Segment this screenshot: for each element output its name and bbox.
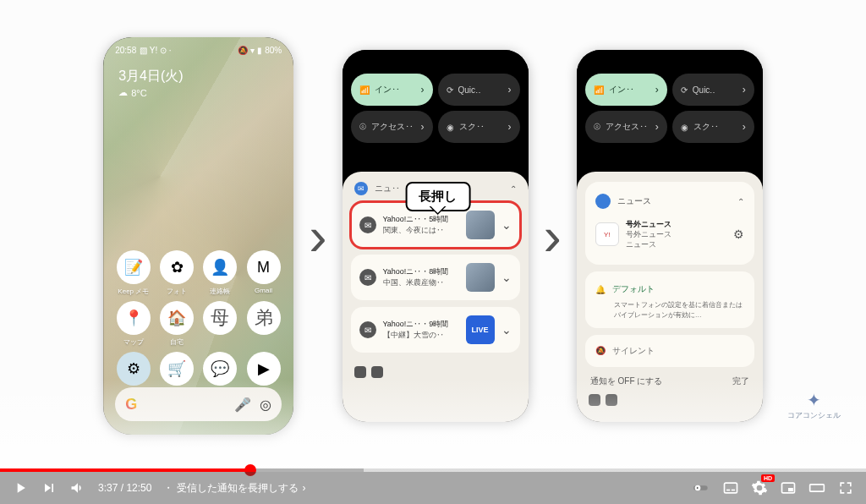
qs-tile[interactable]: 📶イン‥› (351, 74, 433, 106)
app-icon[interactable]: 📍マップ (113, 301, 153, 347)
battery-percent: 80% (265, 46, 282, 55)
qs-label: イン‥ (609, 84, 634, 96)
search-bar[interactable]: G 🎤 ◎ (115, 387, 282, 421)
status-bar: 20:58 ▧ Y! ⊙ · 🔕 ▾ ▮ 80% (103, 42, 293, 58)
options-footer: 通知を OFF にする 完了 (585, 367, 754, 387)
app-icon[interactable]: 📝Keep メモ (113, 250, 153, 296)
gear-icon[interactable]: ⚙ (733, 227, 744, 241)
mic-icon[interactable]: 🎤 (234, 397, 251, 413)
battery-icon: ▮ (257, 46, 262, 55)
qs-icon: ⟳ (681, 85, 688, 95)
notification-sheet: ✉ ニュ‥ ⌃ 長押し ✉Yahoo!ニ‥・5時間関東、今夜には‥⌄✉Yahoo… (343, 172, 529, 422)
qs-tile[interactable]: ⟳Quic‥› (672, 74, 754, 106)
lens-icon[interactable]: ◎ (260, 397, 271, 413)
chapter-button[interactable]: ・受信した通知を長押しする › (163, 481, 305, 496)
theater-button[interactable] (808, 479, 825, 496)
chevron-down-icon[interactable]: ⌄ (502, 218, 512, 232)
option-default-desc: スマートフォンの設定を基に着信音またはバイブレーションが有効に… (594, 299, 746, 319)
app-icon[interactable]: 💬 (200, 352, 240, 388)
app-icon[interactable]: ▶ (244, 352, 283, 388)
app-icon[interactable]: 👤連絡帳 (200, 250, 240, 296)
notification-body: 中国、米農産物‥ (383, 278, 459, 288)
qs-tile[interactable]: ⦾アクセス‥› (585, 111, 667, 143)
qs-tile[interactable]: ⦾アクセス‥› (351, 111, 433, 143)
volume-button[interactable] (69, 479, 86, 496)
status-left-icons: ▧ Y! ⊙ · (140, 46, 171, 55)
miniplayer-button[interactable] (780, 479, 797, 496)
settings-button[interactable] (751, 479, 768, 496)
app-icon-graphic: ✿ (160, 250, 194, 284)
app-icon[interactable]: 🛒 (156, 352, 196, 388)
captions-button[interactable] (722, 479, 739, 496)
notification-title: Yahoo!ニ‥・9時間 (383, 320, 459, 330)
arrow-icon: › (309, 205, 326, 267)
expanded-header[interactable]: ニュース ⌃ (594, 190, 746, 212)
qs-label: Quic‥ (693, 85, 716, 95)
autoplay-toggle[interactable] (693, 479, 710, 496)
fullscreen-button[interactable] (837, 479, 854, 496)
app-label: 自宅 (170, 337, 184, 347)
chevron-down-icon[interactable]: ⌄ (502, 271, 512, 284)
option-silent-label: サイレント (612, 345, 655, 357)
app-icon-graphic: 👤 (203, 250, 237, 284)
next-button[interactable] (41, 479, 58, 496)
app-icon[interactable]: ⚙ (113, 352, 153, 388)
phone-notification-options: 23:29 3月4日(火) 🔕 ▾ ▮ 77% 📶イン‥›⟳Quic‥›⦾アクセ… (577, 50, 763, 422)
qs-icon: ⦾ (359, 122, 366, 132)
option-default-card[interactable]: 🔔 デフォルト スマートフォンの設定を基に着信音またはバイブレーションが有効に… (585, 271, 754, 327)
qs-icon: 📶 (359, 85, 370, 95)
chevron-right-icon: › (655, 84, 659, 96)
notification-thumbnail (466, 211, 495, 239)
home-date-widget[interactable]: 3月4日(火) ☁8°C (118, 68, 183, 98)
news-app-icon: ✉ (354, 182, 368, 195)
svg-rect-7 (810, 485, 825, 491)
phone-notification-shade: 23:29 3月4日(火) 🔕 ▾ ▮ 77% 📶イン‥›⟳Quic‥›⦾アクセ… (343, 50, 529, 422)
chevron-right-icon: › (508, 84, 512, 96)
app-label: フォト (167, 287, 187, 296)
social-icons-row (351, 359, 520, 378)
chevron-up-icon: ⌃ (737, 197, 744, 206)
option-default-label: デフォルト (612, 283, 655, 295)
chevron-right-icon: › (421, 121, 425, 133)
qs-label: アクセス‥ (606, 121, 648, 133)
arrow-icon: › (544, 205, 562, 267)
app-icon-graphic: 母 (203, 301, 237, 335)
app-subtitle-1: 号外ニュース (626, 229, 726, 239)
app-icon[interactable]: MGmail (244, 250, 283, 296)
app-icon[interactable]: 弟 (244, 301, 283, 347)
qs-icon: ⦾ (594, 122, 600, 132)
option-silent-card[interactable]: 🔕 サイレント (585, 335, 754, 367)
video-stage: 20:58 ▧ Y! ⊙ · 🔕 ▾ ▮ 80% 3月4日(火) ☁8°C 📝K… (0, 0, 866, 472)
notification-card[interactable]: ✉Yahoo!ニ‥・8時間中国、米農産物‥⌄ (351, 255, 520, 300)
app-icon[interactable]: ✿フォト (156, 250, 196, 296)
video-controls: 3:37 / 12:50 ・受信した通知を長押しする › (0, 472, 866, 504)
chevron-down-icon[interactable]: ⌄ (502, 323, 512, 337)
expanded-notification: ニュース ⌃ Y! 号外ニュース 号外ニュース ニュース ⚙ (585, 182, 754, 265)
qs-tile[interactable]: ◉スク‥› (438, 111, 520, 143)
app-icon[interactable]: 🏠自宅 (156, 301, 196, 347)
bell-icon: 🔔 (595, 285, 606, 294)
callout-bubble: 長押し (405, 182, 470, 211)
app-icon-graphic: 💬 (203, 352, 237, 386)
chevron-right-icon: › (655, 121, 659, 133)
play-button[interactable] (12, 479, 29, 496)
app-icon-graphic: 🛒 (160, 352, 194, 386)
app-thumbnail-icon: Y! (595, 222, 619, 246)
svg-rect-3 (726, 490, 730, 491)
done-button[interactable]: 完了 (732, 375, 749, 387)
notification-body: 関東、今夜には‥ (383, 226, 459, 236)
qs-tile[interactable]: ⟳Quic‥› (438, 74, 520, 106)
app-label: Gmail (255, 287, 272, 294)
qs-label: スク‥ (693, 121, 719, 133)
app-icon-graphic: 弟 (247, 301, 281, 335)
chevron-right-icon: › (508, 121, 512, 133)
quick-settings-grid: 📶イン‥›⟳Quic‥›⦾アクセス‥›◉スク‥› (577, 74, 763, 143)
notification-card[interactable]: ✉Yahoo!ニ‥・9時間【中継】大雪の‥LIVE⌄ (351, 307, 520, 353)
qs-tile[interactable]: ◉スク‥› (672, 111, 754, 143)
phone-homescreen: 20:58 ▧ Y! ⊙ · 🔕 ▾ ▮ 80% 3月4日(火) ☁8°C 📝K… (103, 37, 293, 435)
qs-tile[interactable]: 📶イン‥› (585, 74, 667, 106)
app-icon-graphic: ⚙ (117, 352, 151, 386)
app-icon[interactable]: 母 (200, 301, 240, 347)
status-time: 20:58 (115, 46, 136, 55)
turn-off-button[interactable]: 通知を OFF にする (590, 375, 663, 387)
